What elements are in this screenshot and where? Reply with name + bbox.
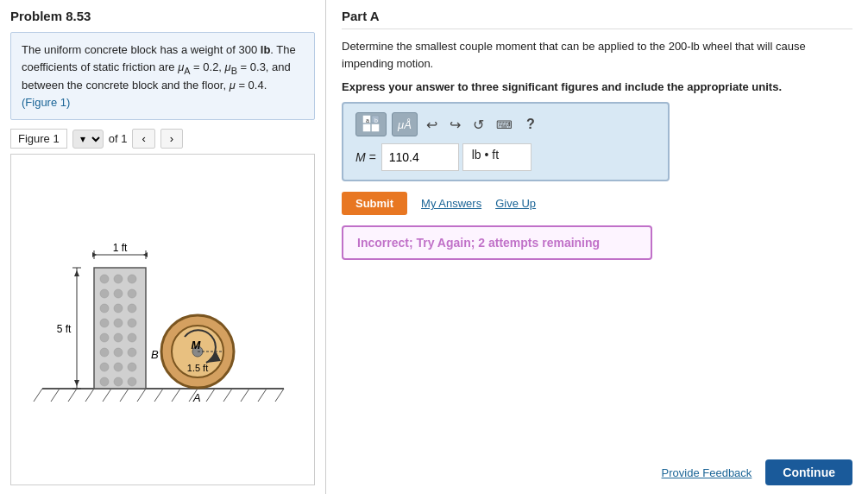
provide-feedback-button[interactable]: Provide Feedback <box>662 466 752 479</box>
part-title: Part A <box>342 9 852 29</box>
svg-line-14 <box>258 389 267 402</box>
answer-box: a b μÅ ↩ ↪ ↺ ⌨ ? M = lb • ft <box>342 102 670 181</box>
mu-button[interactable]: μÅ <box>392 112 418 136</box>
fraction-button[interactable]: a b <box>355 112 387 136</box>
dim-1ft: 1 ft <box>112 242 127 254</box>
fraction-icon: a b <box>362 114 381 136</box>
svg-line-9 <box>172 389 180 402</box>
give-up-button[interactable]: Give Up <box>495 197 536 210</box>
svg-text:a: a <box>366 117 369 124</box>
figure-of: of 1 <box>109 132 128 145</box>
figure-image: M B A 1 ft 5 ft 1.5 ft <box>10 154 315 485</box>
problem-text: The uniform concrete block has a weight … <box>22 43 296 92</box>
toolbar: a b μÅ ↩ ↪ ↺ ⌨ ? <box>355 112 656 136</box>
svg-point-38 <box>100 377 109 386</box>
m-label: M <box>191 339 201 352</box>
svg-point-17 <box>100 275 109 283</box>
my-answers-button[interactable]: My Answers <box>421 197 481 210</box>
svg-rect-58 <box>363 124 370 131</box>
svg-point-34 <box>128 348 136 357</box>
figure-link[interactable]: (Figure 1) <box>22 96 70 109</box>
svg-point-36 <box>114 363 123 371</box>
answer-row: M = lb • ft <box>355 143 656 171</box>
svg-line-8 <box>154 389 163 402</box>
svg-point-29 <box>100 333 109 342</box>
svg-point-24 <box>114 304 123 313</box>
continue-button[interactable]: Continue <box>765 459 852 485</box>
keyboard-button[interactable]: ⌨ <box>493 117 516 133</box>
svg-line-12 <box>223 389 232 402</box>
svg-line-2 <box>51 389 60 402</box>
redo-button[interactable]: ↪ <box>446 115 464 135</box>
svg-line-5 <box>103 389 111 402</box>
svg-point-37 <box>128 363 136 371</box>
dim-15ft: 1.5 ft <box>186 363 207 373</box>
svg-rect-59 <box>372 124 379 131</box>
refresh-button[interactable]: ↺ <box>469 115 487 135</box>
svg-line-7 <box>137 389 146 402</box>
svg-line-4 <box>85 389 94 402</box>
svg-point-30 <box>114 333 123 342</box>
feedback-box: Incorrect; Try Again; 2 attempts remaini… <box>342 225 652 260</box>
svg-point-31 <box>128 333 136 342</box>
svg-point-18 <box>114 275 123 283</box>
answer-unit: lb • ft <box>462 143 531 171</box>
figure-select[interactable]: ▾ <box>72 130 104 149</box>
svg-point-39 <box>114 377 123 386</box>
figure-next-button[interactable]: › <box>160 129 183 149</box>
svg-line-3 <box>68 389 77 402</box>
a-label: A <box>192 391 201 404</box>
svg-line-6 <box>120 389 129 402</box>
svg-point-26 <box>100 319 109 327</box>
part-description: Determine the smallest couple moment tha… <box>342 38 852 72</box>
diagram-svg: M B A 1 ft 5 ft 1.5 ft <box>16 220 310 419</box>
svg-point-27 <box>114 319 123 327</box>
svg-line-15 <box>275 389 284 402</box>
b-label: B <box>151 348 159 361</box>
svg-line-13 <box>241 389 249 402</box>
svg-point-25 <box>128 304 136 313</box>
svg-point-23 <box>100 304 109 313</box>
svg-point-19 <box>128 275 136 283</box>
svg-point-40 <box>128 377 136 386</box>
answer-value-input[interactable] <box>381 143 459 171</box>
submit-button[interactable]: Submit <box>342 192 407 215</box>
svg-line-1 <box>34 389 42 402</box>
svg-point-20 <box>100 289 109 298</box>
svg-point-32 <box>100 348 109 357</box>
svg-marker-54 <box>74 380 79 386</box>
figure-controls: Figure 1 ▾ of 1 ‹ › <box>10 129 315 149</box>
figure-prev-button[interactable]: ‹ <box>132 129 154 149</box>
svg-text:b: b <box>374 117 378 124</box>
help-button[interactable]: ? <box>521 115 540 134</box>
undo-button[interactable]: ↩ <box>423 115 441 135</box>
submit-row: Submit My Answers Give Up <box>342 192 852 215</box>
svg-marker-53 <box>74 270 79 276</box>
bottom-row: Provide Feedback Continue <box>342 459 852 485</box>
svg-point-33 <box>114 348 123 357</box>
express-instruction: Express your answer to three significant… <box>342 80 852 93</box>
svg-point-28 <box>128 319 136 327</box>
figure-label: Figure 1 <box>10 129 67 149</box>
problem-title: Problem 8.53 <box>10 9 315 23</box>
svg-point-35 <box>100 363 109 371</box>
svg-point-22 <box>128 289 136 298</box>
svg-line-11 <box>206 389 215 402</box>
problem-description: The uniform concrete block has a weight … <box>10 32 315 120</box>
dim-5ft: 5 ft <box>56 323 71 335</box>
svg-point-21 <box>114 289 123 298</box>
mu-icon: μÅ <box>398 118 412 131</box>
answer-label: M = <box>355 150 376 164</box>
